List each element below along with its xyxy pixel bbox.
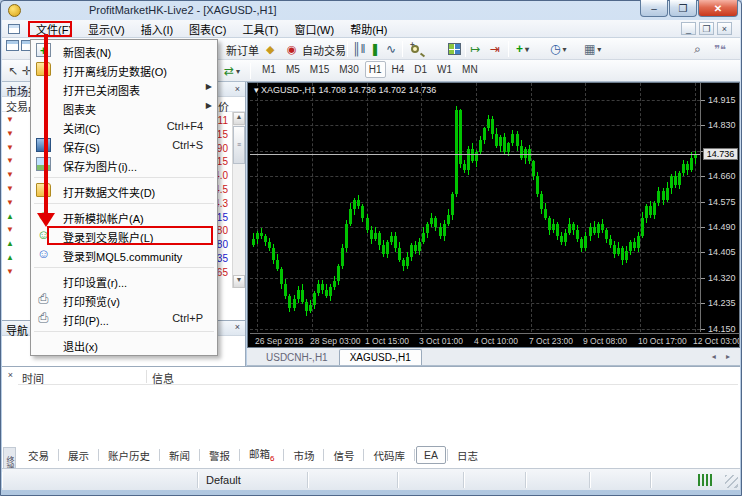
none-icon bbox=[36, 81, 51, 95]
terminal-tab-交易[interactable]: 交易 bbox=[20, 445, 57, 466]
file-menu-item-3[interactable]: 打开已关闭图表▶ bbox=[31, 79, 217, 98]
terminal-tab-展示[interactable]: 展示 bbox=[60, 445, 97, 466]
candlestick bbox=[580, 239, 583, 248]
file-menu-item-13[interactable]: ⎙打印预览(v) bbox=[31, 290, 217, 309]
candlestick bbox=[443, 224, 446, 236]
timeframe-d1[interactable]: D1 bbox=[410, 61, 431, 78]
menubar-item-7[interactable]: 帮助(H) bbox=[342, 19, 395, 39]
timeframe-h4[interactable]: H4 bbox=[388, 61, 409, 78]
file-menu-item-1[interactable]: +新图表(N) bbox=[31, 41, 217, 60]
menu-item-label: 打印设置(r)... bbox=[63, 277, 127, 289]
menubar-item-3[interactable]: 插入(I) bbox=[133, 19, 181, 39]
market-watch-scrollbar[interactable]: ▲ ≡ ▼ bbox=[232, 112, 245, 288]
chart-tab-1[interactable]: USDCNH-,H1 bbox=[255, 349, 339, 365]
title-bar: ProfitMarketHK-Live2 - [XAGUSD-,H1] – ❐ … bbox=[0, 0, 742, 20]
new-chart-icon: + bbox=[36, 43, 51, 57]
chat-icon[interactable]: ❞❝ bbox=[714, 40, 726, 58]
menubar-item-1[interactable]: 文件(F) bbox=[28, 19, 80, 39]
time-axis[interactable]: 26 Sep 201828 Sep 03:001 Oct 15:003 Oct … bbox=[250, 333, 739, 347]
menubar-item-5[interactable]: 工具(T) bbox=[234, 19, 286, 39]
child-restore-button[interactable]: ❐ bbox=[699, 22, 714, 35]
down-arrow-icon: ▼ bbox=[6, 184, 14, 193]
chart-shift-icon[interactable]: ⇥ bbox=[490, 40, 500, 58]
candlestick bbox=[366, 218, 369, 230]
menubar-item-6[interactable]: 窗口(W) bbox=[286, 19, 342, 39]
terminal-tab-新闻[interactable]: 新闻 bbox=[161, 445, 198, 466]
up-arrow-icon: ▲ bbox=[6, 212, 14, 221]
candlestick-chart-icon[interactable]: ❚ bbox=[370, 40, 380, 58]
autotrading-icon[interactable]: ◉ bbox=[287, 40, 297, 58]
file-menu-item-4[interactable]: 图表夹▶ bbox=[31, 98, 217, 117]
file-menu-item-6[interactable]: 保存(S)Ctrl+S bbox=[31, 136, 217, 155]
profile-indicator[interactable]: Default bbox=[197, 472, 307, 488]
timeframe-m5[interactable]: M5 bbox=[282, 61, 304, 78]
child-close-button[interactable]: × bbox=[717, 22, 732, 35]
price-scale[interactable]: 14.91514.83014.74514.66014.57514.49014.4… bbox=[700, 83, 739, 332]
menubar-item-2[interactable]: 显示(V) bbox=[80, 19, 133, 39]
timeframe-m1[interactable]: M1 bbox=[258, 61, 280, 78]
terminal-tab-市场[interactable]: 市场 bbox=[285, 445, 322, 466]
scroll-down-icon[interactable]: ▼ bbox=[233, 275, 245, 288]
terminal-close-icon[interactable]: × bbox=[5, 370, 16, 381]
close-button[interactable]: ✕ bbox=[698, 0, 738, 17]
terminal-tab-账户历史[interactable]: 账户历史 bbox=[100, 445, 158, 466]
timeframe-m30[interactable]: M30 bbox=[335, 61, 362, 78]
candlestick bbox=[256, 233, 259, 239]
file-menu-item-2[interactable]: 打开离线历史数据(O) bbox=[31, 60, 217, 79]
child-minimize-button[interactable]: _ bbox=[681, 22, 696, 35]
file-menu-item-8[interactable]: 打开数据文件夹(D) bbox=[31, 181, 217, 200]
line-chart-icon[interactable]: ∿ bbox=[386, 40, 396, 58]
tab-scroll-arrows-icon[interactable]: ◂ ▸ bbox=[712, 352, 734, 361]
autotrading-button[interactable]: 自动交易 bbox=[302, 42, 346, 58]
time-axis-label: 7 Oct 23:00 bbox=[529, 336, 573, 346]
candlestick bbox=[552, 224, 555, 230]
terminal-tab-日志[interactable]: 日志 bbox=[449, 445, 486, 466]
timeframe-w1[interactable]: W1 bbox=[433, 61, 456, 78]
file-menu-item-5[interactable]: 关闭(C)Ctrl+F4 bbox=[31, 117, 217, 136]
resize-grip[interactable] bbox=[725, 475, 738, 488]
file-menu-item-9[interactable]: ☺开新模拟帐户(A) bbox=[31, 207, 217, 226]
candlestick bbox=[601, 224, 604, 230]
candlestick bbox=[394, 236, 397, 248]
periods-icon[interactable]: ◷▾ bbox=[550, 40, 567, 58]
file-menu-item-15[interactable]: 退出(x) bbox=[31, 335, 217, 354]
candlestick bbox=[621, 248, 624, 260]
candlestick bbox=[637, 236, 640, 248]
new-order-button[interactable]: 新订单 bbox=[226, 42, 259, 58]
terminal-tab-邮箱[interactable]: 邮箱6 bbox=[241, 443, 282, 466]
new-chart-window-icon[interactable] bbox=[6, 40, 19, 51]
terminal-tab-代码库[interactable]: 代码库 bbox=[365, 445, 413, 466]
file-menu-item-14[interactable]: ⎙打印(P)...Ctrl+P bbox=[31, 309, 217, 328]
navigator-close-icon[interactable]: × bbox=[232, 322, 243, 333]
tile-windows-icon[interactable] bbox=[448, 40, 461, 58]
file-menu-item-12[interactable]: 打印设置(r)... bbox=[31, 271, 217, 290]
indicators-icon[interactable]: +▾ bbox=[516, 40, 529, 58]
timeframe-h1[interactable]: H1 bbox=[365, 61, 386, 78]
candlestick bbox=[479, 140, 482, 152]
search-icon[interactable]: ⌕ bbox=[694, 40, 701, 58]
candlestick bbox=[536, 176, 539, 194]
terminal-tab-警报[interactable]: 警报 bbox=[201, 445, 238, 466]
symbols-icon[interactable]: ⇄▾ bbox=[224, 62, 240, 80]
timeframe-mn[interactable]: MN bbox=[458, 61, 482, 78]
terminal-tab-EA[interactable]: EA bbox=[416, 446, 446, 464]
market-watch-close-icon[interactable]: × bbox=[232, 83, 243, 94]
file-menu-item-11[interactable]: ☺登录到MQL5.community bbox=[31, 245, 217, 264]
menubar-item-4[interactable]: 图表(C) bbox=[181, 19, 234, 39]
chart-plot-area[interactable]: ▾ XAGUSD-,H1 14.708 14.736 14.702 14.736 bbox=[250, 83, 700, 332]
bar-chart-icon[interactable]: ║‖ bbox=[352, 40, 365, 58]
file-menu-item-7[interactable]: 保存为图片(i)... bbox=[31, 155, 217, 174]
terminal-tab-信号[interactable]: 信号 bbox=[325, 445, 362, 466]
scroll-up-icon[interactable]: ▲ bbox=[233, 112, 245, 125]
file-menu-item-10[interactable]: ☺登录到交易账户(L) bbox=[31, 226, 217, 245]
auto-scroll-icon[interactable]: ↦ bbox=[470, 40, 480, 58]
minimize-button[interactable]: – bbox=[640, 0, 668, 17]
templates-icon[interactable]: ▦▾ bbox=[584, 40, 601, 58]
timeframe-m15[interactable]: M15 bbox=[306, 61, 333, 78]
scroll-thumb[interactable]: ≡ bbox=[233, 126, 245, 164]
restore-button[interactable]: ❐ bbox=[669, 0, 697, 17]
envelope-icon[interactable]: ◆ bbox=[266, 40, 274, 58]
cursor-icon[interactable]: ↖ bbox=[8, 62, 18, 80]
chart-tab-2[interactable]: XAGUSD-,H1 bbox=[339, 349, 422, 365]
zoom-in-icon[interactable]: + bbox=[408, 40, 422, 58]
